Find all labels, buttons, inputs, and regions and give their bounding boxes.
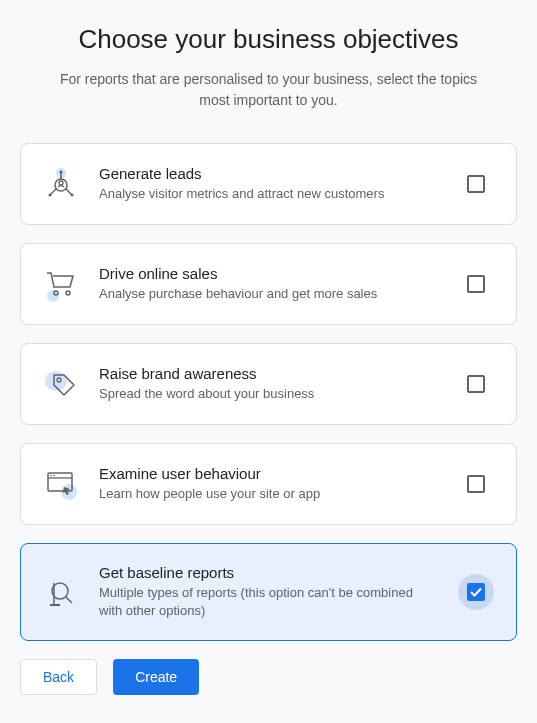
objective-content: Examine user behaviour Learn how people … xyxy=(99,465,438,503)
objective-desc: Spread the word about your business xyxy=(99,385,438,403)
action-bar: Back Create xyxy=(20,659,517,695)
objective-desc: Analyse visitor metrics and attract new … xyxy=(99,185,438,203)
objective-desc: Learn how people use your site or app xyxy=(99,485,438,503)
objective-title: Raise brand awareness xyxy=(99,365,438,382)
objective-checkbox[interactable] xyxy=(467,275,485,293)
objective-checkbox[interactable] xyxy=(467,475,485,493)
tag-icon xyxy=(41,364,81,404)
svg-line-20 xyxy=(66,597,72,603)
checkbox-wrapper xyxy=(456,264,496,304)
create-button[interactable]: Create xyxy=(113,659,199,695)
objective-drive-online-sales[interactable]: Drive online sales Analyse purchase beha… xyxy=(20,243,517,325)
objective-desc: Analyse purchase behaviour and get more … xyxy=(99,285,438,303)
objective-title: Examine user behaviour xyxy=(99,465,438,482)
page-title: Choose your business objectives xyxy=(20,24,517,55)
objective-desc: Multiple types of reports (this option c… xyxy=(99,584,438,620)
svg-point-18 xyxy=(53,475,55,477)
screen-pointer-icon xyxy=(41,464,81,504)
objective-title: Get baseline reports xyxy=(99,564,438,581)
objective-content: Get baseline reports Multiple types of r… xyxy=(99,564,438,620)
checkbox-wrapper xyxy=(456,572,496,612)
checkbox-wrapper xyxy=(456,464,496,504)
objective-raise-brand-awareness[interactable]: Raise brand awareness Spread the word ab… xyxy=(20,343,517,425)
svg-point-8 xyxy=(71,194,74,197)
objective-checkbox[interactable] xyxy=(467,375,485,393)
leads-icon xyxy=(41,164,81,204)
svg-point-17 xyxy=(50,475,52,477)
svg-point-2 xyxy=(59,181,63,185)
svg-point-11 xyxy=(66,291,70,295)
objective-checkbox[interactable] xyxy=(467,175,485,193)
objectives-list: Generate leads Analyse visitor metrics a… xyxy=(20,143,517,641)
report-icon xyxy=(41,572,81,612)
svg-point-7 xyxy=(49,194,52,197)
objective-checkbox[interactable] xyxy=(467,583,485,601)
objective-examine-user-behaviour[interactable]: Examine user behaviour Learn how people … xyxy=(20,443,517,525)
objective-title: Generate leads xyxy=(99,165,438,182)
checkbox-wrapper xyxy=(456,364,496,404)
back-button[interactable]: Back xyxy=(20,659,97,695)
objective-title: Drive online sales xyxy=(99,265,438,282)
objective-generate-leads[interactable]: Generate leads Analyse visitor metrics a… xyxy=(20,143,517,225)
cart-icon xyxy=(41,264,81,304)
objective-get-baseline-reports[interactable]: Get baseline reports Multiple types of r… xyxy=(20,543,517,641)
page-subtitle: For reports that are personalised to you… xyxy=(20,69,517,111)
checkbox-wrapper xyxy=(456,164,496,204)
svg-point-6 xyxy=(60,171,63,174)
objective-content: Raise brand awareness Spread the word ab… xyxy=(99,365,438,403)
objective-content: Drive online sales Analyse purchase beha… xyxy=(99,265,438,303)
objective-content: Generate leads Analyse visitor metrics a… xyxy=(99,165,438,203)
